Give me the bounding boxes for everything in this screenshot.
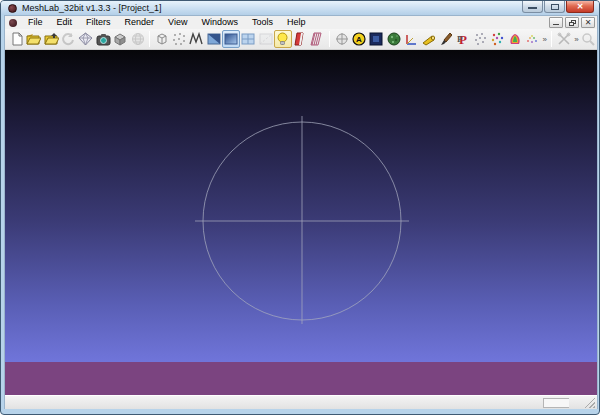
show-axis-button[interactable] <box>402 30 419 48</box>
background-image-icon <box>369 32 383 46</box>
new-document-button[interactable] <box>8 30 25 48</box>
layers-cube-icon <box>113 32 127 46</box>
wireframe-icon <box>189 32 203 46</box>
flat-shading-icon <box>207 32 221 46</box>
toolbar-overflow-chevron[interactable]: » <box>572 35 579 44</box>
flat-shading-button[interactable] <box>205 30 222 48</box>
smooth-shading-button[interactable] <box>222 30 239 48</box>
hidden-lines-icon <box>259 32 273 46</box>
rainbow-dots-icon <box>525 32 539 46</box>
search-button[interactable] <box>580 30 597 48</box>
cone-picker-button[interactable] <box>419 30 436 48</box>
web-export-button[interactable] <box>129 30 146 48</box>
client-area: File Edit Filters Render View Windows To… <box>4 15 598 409</box>
menu-render[interactable]: Render <box>118 16 162 29</box>
scissors-x-icon <box>557 32 571 46</box>
close-icon: ✕ <box>576 3 584 11</box>
status-bar <box>5 395 597 409</box>
background-grid-button[interactable] <box>368 30 385 48</box>
toolbar: A PP <box>5 29 597 50</box>
menu-file[interactable]: File <box>21 16 50 29</box>
menu-bar: File Edit Filters Render View Windows To… <box>5 16 597 29</box>
mesh-info-strip <box>5 362 597 395</box>
bbox-mode-button[interactable] <box>153 30 170 48</box>
colored-points-button[interactable] <box>489 30 506 48</box>
flat-lines-button[interactable] <box>240 30 257 48</box>
colored-point-cloud-icon <box>490 32 504 46</box>
resize-grip[interactable] <box>584 397 595 408</box>
open-project-button[interactable] <box>25 30 42 48</box>
minimize-icon <box>528 7 537 9</box>
maximize-icon <box>551 4 559 10</box>
menu-filters[interactable]: Filters <box>79 16 118 29</box>
wireframe-mode-button[interactable] <box>188 30 205 48</box>
rainbow-points-button[interactable] <box>523 30 540 48</box>
title-bar[interactable]: MeshLab_32bit v1.3.3 - [Project_1] ✕ <box>1 1 599 15</box>
window-controls: ✕ <box>521 1 594 14</box>
menu-view[interactable]: View <box>161 16 194 29</box>
point-picker-button[interactable] <box>471 30 488 48</box>
import-folder-icon <box>44 32 59 46</box>
texture-toggle-button[interactable] <box>292 30 309 48</box>
texture-icon <box>293 32 307 46</box>
mdi-close-icon: ✕ <box>582 18 594 28</box>
3d-viewport[interactable] <box>5 50 597 362</box>
points-icon <box>172 32 186 46</box>
svg-text:P: P <box>457 34 463 44</box>
close-button[interactable]: ✕ <box>566 1 594 13</box>
menu-edit[interactable]: Edit <box>50 16 80 29</box>
snapshot-button[interactable] <box>94 30 111 48</box>
points-mode-button[interactable] <box>171 30 188 48</box>
globe-icon <box>131 32 145 46</box>
toolbar-overflow-chevron[interactable]: » <box>540 35 547 44</box>
save-diamond-icon <box>78 32 93 46</box>
meshlab-window: MeshLab_32bit v1.3.3 - [Project_1] ✕ Fil… <box>0 0 600 415</box>
colorful-mesh-button[interactable] <box>506 30 523 48</box>
reload-icon <box>61 32 75 46</box>
menu-help[interactable]: Help <box>280 16 313 29</box>
maximize-button[interactable] <box>544 1 565 13</box>
reload-button[interactable] <box>60 30 77 48</box>
trackball-toggle-button[interactable] <box>333 30 350 48</box>
rainbow-mesh-icon <box>508 32 522 46</box>
env-map-button[interactable] <box>385 30 402 48</box>
trackball-icon <box>335 32 349 46</box>
text-annotation-button[interactable]: A <box>350 30 367 48</box>
toolbar-separator <box>551 31 552 47</box>
light-toggle-button[interactable] <box>274 30 291 48</box>
mdi-close-button[interactable]: ✕ <box>581 17 595 28</box>
project-document-icon[interactable] <box>9 19 17 27</box>
mdi-window-controls: ✕ <box>547 17 595 28</box>
window-title: MeshLab_32bit v1.3.3 - [Project_1] <box>22 1 162 15</box>
gray-point-cloud-icon <box>473 32 487 46</box>
open-folder-icon <box>26 32 41 46</box>
light-bulb-icon <box>276 32 289 46</box>
layer-dialog-button[interactable] <box>112 30 129 48</box>
import-mesh-button[interactable] <box>43 30 60 48</box>
letter-a-icon: A <box>352 32 366 46</box>
hidden-lines-button[interactable] <box>257 30 274 48</box>
pdf-export-button[interactable]: PP <box>454 30 471 48</box>
minimize-button[interactable] <box>522 1 543 13</box>
save-project-button[interactable] <box>77 30 94 48</box>
trackball-manipulator <box>5 50 597 362</box>
toolbar-separator <box>149 31 150 47</box>
menu-windows[interactable]: Windows <box>194 16 245 29</box>
menu-tools[interactable]: Tools <box>245 16 280 29</box>
mdi-minimize-button[interactable] <box>549 17 563 28</box>
search-icon <box>581 32 595 46</box>
mdi-minimize-icon <box>553 24 559 25</box>
svg-text:A: A <box>356 35 362 44</box>
paint-brush-icon <box>438 32 452 46</box>
quality-mapper-button[interactable] <box>309 30 326 48</box>
new-document-icon <box>10 32 24 46</box>
camera-icon <box>96 33 111 46</box>
mdi-restore-button[interactable] <box>565 17 579 28</box>
yellow-cone-icon <box>421 33 436 46</box>
cut-tool-button[interactable] <box>555 30 572 48</box>
paint-tool-button[interactable] <box>437 30 454 48</box>
letter-p-icon: PP <box>456 32 470 46</box>
toolbar-separator <box>329 31 330 47</box>
status-progress-slot <box>543 398 569 408</box>
smooth-shading-icon <box>224 32 238 46</box>
